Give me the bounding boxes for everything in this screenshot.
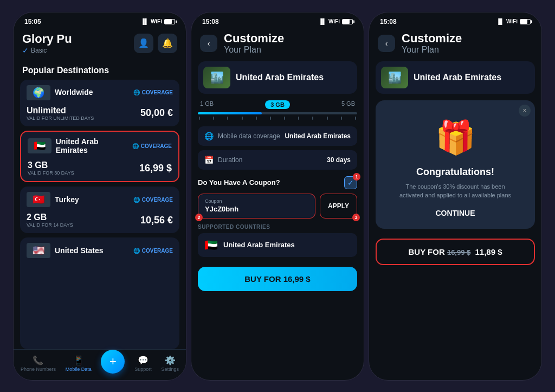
close-button[interactable]: × [519, 105, 531, 117]
notifications-button[interactable]: 🔔 [158, 34, 177, 53]
turkey-flag: 🇹🇷 [27, 192, 50, 207]
us-coverage: 🌐 COVERAGE [133, 248, 173, 254]
coupon-badge-2: 2 [195, 214, 203, 221]
buy-button-2[interactable]: BUY FOR 16,99 $ [198, 267, 357, 291]
user-info: Glory Pu ✓ Basic [22, 32, 72, 55]
support-nav-icon: 💬 [138, 355, 149, 365]
nav-mobile-data[interactable]: 📱 Mobile Data [66, 355, 92, 372]
wifi-icon-3: WiFi [506, 18, 518, 24]
continue-button[interactable]: CONTINUE [435, 207, 475, 220]
detail-rows: 🌐 Mobile data coverage United Arab Emira… [198, 126, 357, 170]
dest-card-us[interactable]: 🇺🇸 United States 🌐 COVERAGE [20, 237, 179, 349]
user-badge: ✓ Basic [22, 46, 72, 55]
detail-duration-val: 30 days [327, 156, 351, 164]
dest-card-uae[interactable]: 🇦🇪 United Arab Emirates 🌐 COVERAGE 3 GB … [20, 131, 179, 183]
plan-image-3: 🏙️ [381, 67, 408, 88]
buy-prefix-3: BUY FOR [409, 247, 445, 256]
settings-nav-label: Settings [162, 367, 179, 372]
gift-box-illustration: 🎁 [428, 113, 482, 162]
phone-screen-1: 15:05 ▐▌ WiFi Glory Pu ✓ Basic 👤 🔔 [13, 12, 186, 381]
verified-icon: ✓ [22, 46, 29, 55]
wifi-icon: WiFi [151, 18, 162, 24]
mobile-data-nav-icon: 📱 [73, 355, 84, 365]
user-name: Glory Pu [22, 32, 72, 46]
us-flag: 🇺🇸 [27, 243, 50, 258]
plan-card-2: 🏙️ United Arab Emirates [198, 61, 357, 94]
turkey-validity: VALID FOR 14 DAYS [27, 222, 73, 228]
uae-coverage: 🌐 COVERAGE [132, 143, 172, 149]
user-row: Glory Pu ✓ Basic 👤 🔔 [22, 32, 177, 55]
detail-coverage-label: Mobile data coverage [218, 132, 280, 140]
phone-nav-icon: 📞 [33, 355, 43, 365]
worldwide-validity: VALID FOR UNLIMITED DAYS [27, 115, 94, 121]
plan-card-3: 🏙️ United Arab Emirates [376, 61, 535, 94]
back-button-3[interactable]: ‹ [378, 35, 395, 52]
coupon-label-row: Do You Have A Coupon? ✓ 1 [198, 176, 357, 189]
screen2-title-line1: Customize [224, 32, 284, 45]
data-opt-1gb[interactable]: 1 GB [200, 100, 214, 109]
data-slider-fill [198, 112, 262, 114]
buy-new-price: 11,89 $ [475, 247, 502, 256]
buy-button-3[interactable]: BUY FOR 16,99 $ 11,89 $ [376, 239, 535, 265]
screen3-title: Customize Your Plan [402, 32, 462, 55]
uae-validity: VALID FOR 30 DAYS [28, 170, 74, 176]
status-icons-2: ▐▌ WiFi [319, 18, 353, 24]
detail-duration-row: 📅 Duration 30 days [198, 150, 357, 170]
congrats-text: The coupon's 30% discount has beenactiva… [399, 182, 511, 200]
buy-label-2: BUY FOR 16,99 $ [244, 274, 310, 284]
nav-support[interactable]: 💬 Support [134, 355, 152, 372]
back-button-2[interactable]: ‹ [200, 35, 217, 52]
add-fab[interactable]: + [101, 350, 125, 374]
plan-name-3: United Arab Emirates [414, 73, 501, 82]
profile-button[interactable]: 👤 [134, 34, 153, 53]
bottom-nav: 📞 Phone Numbers 📱 Mobile Data + 💬 Suppor… [14, 349, 186, 380]
congrats-overlay: × 🎁 Congratulations! The coupon's 30% di… [376, 100, 535, 229]
data-opt-3gb[interactable]: 3 GB [265, 100, 290, 109]
plan-image-2: 🏙️ [203, 67, 230, 88]
turkey-name: Turkey [55, 195, 79, 204]
data-slider-track[interactable] [198, 112, 357, 114]
congrats-title: Congratulations! [416, 166, 494, 178]
coupon-input-row: Coupon YJcZ0bnh 2 APPLY 3 [198, 194, 357, 219]
nav-phone-numbers[interactable]: 📞 Phone Numbers [21, 355, 56, 372]
settings-nav-icon: ⚙️ [165, 355, 176, 365]
battery-icon [164, 19, 175, 24]
signal-icon-2: ▐▌ [319, 18, 326, 24]
apply-button[interactable]: APPLY 3 [320, 194, 357, 219]
data-ticks [198, 117, 357, 120]
turkey-data: 2 GB [27, 213, 73, 222]
mobile-data-nav-label: Mobile Data [66, 367, 92, 372]
coupon-toggle-wrap: ✓ 1 [344, 176, 357, 189]
globe-detail-icon: 🌐 [204, 132, 214, 140]
wifi-icon-2: WiFi [328, 18, 340, 24]
supported-country-name: United Arab Emirates [223, 241, 295, 249]
dest-card-turkey[interactable]: 🇹🇷 Turkey 🌐 COVERAGE 2 GB VALID FOR 14 D… [20, 187, 179, 233]
apply-label: APPLY [328, 202, 349, 210]
us-name: United States [55, 246, 103, 255]
supported-label: SUPPORTED COUNTRIES [198, 224, 357, 230]
coupon-input-wrap[interactable]: Coupon YJcZ0bnh 2 [198, 194, 315, 219]
data-opt-5gb[interactable]: 5 GB [341, 100, 355, 109]
screen3-title-line1: Customize [402, 32, 462, 45]
turkey-price: 10,56 € [140, 215, 173, 226]
detail-coverage-val: United Arab Emirates [285, 132, 351, 140]
screen2-header: ‹ Customize Your Plan [191, 28, 364, 61]
data-selector[interactable]: 1 GB 3 GB 5 GB [198, 100, 357, 120]
uae-data: 3 GB [28, 160, 74, 170]
turkey-coverage: 🌐 COVERAGE [133, 197, 173, 203]
phone-screen-3: 15:08 ▐▌ WiFi ‹ Customize Your Plan 🏙️ U… [369, 12, 542, 381]
phones-container: 15:05 ▐▌ WiFi Glory Pu ✓ Basic 👤 🔔 [0, 0, 555, 392]
coupon-section: Do You Have A Coupon? ✓ 1 Coupon YJcZ0bn… [198, 176, 357, 219]
coupon-badge-3: 3 [352, 214, 360, 221]
uae-flag-supported: 🇦🇪 [204, 239, 218, 252]
worldwide-data: Unlimited [27, 106, 94, 115]
worldwide-coverage: 🌐 COVERAGE [133, 89, 173, 95]
time-2: 15:08 [202, 18, 219, 25]
time-3: 15:08 [380, 18, 397, 25]
popular-destinations-title: Popular Destinations [14, 61, 186, 80]
nav-settings[interactable]: ⚙️ Settings [162, 355, 179, 372]
dest-card-worldwide[interactable]: 🌍 Worldwide 🌐 COVERAGE Unlimited VALID F… [20, 80, 179, 126]
status-bar-1: 15:05 ▐▌ WiFi [14, 12, 186, 28]
screen1-header: Glory Pu ✓ Basic 👤 🔔 [14, 28, 186, 61]
status-bar-2: 15:08 ▐▌ WiFi [191, 12, 364, 28]
